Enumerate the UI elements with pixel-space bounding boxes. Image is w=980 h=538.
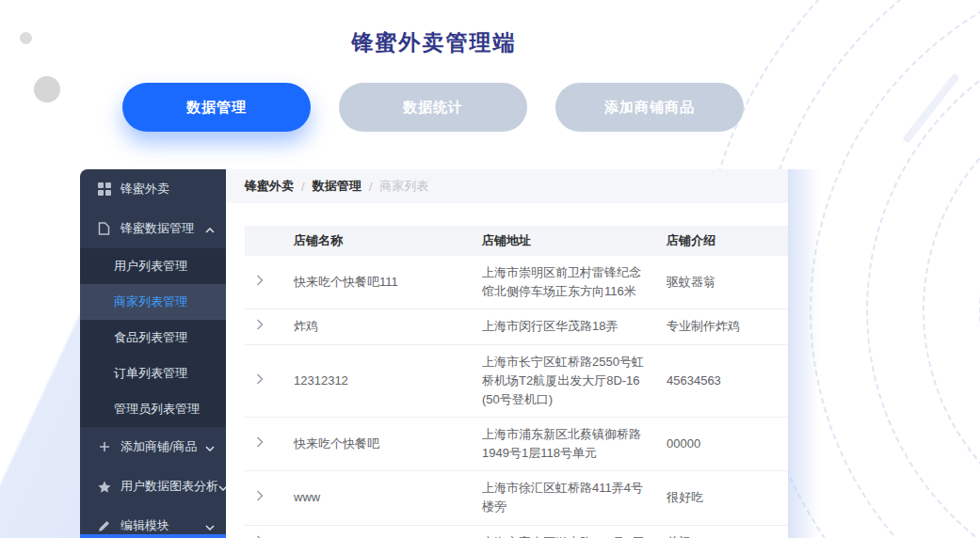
column-header-name: 店铺名称 — [284, 226, 473, 256]
sidebar-submenu: 用户列表管理 商家列表管理 食品列表管理 订单列表管理 管理员列表管理 — [80, 248, 226, 427]
sidebar-item-label: 订单列表管理 — [114, 365, 187, 382]
cell-shop-intro: 专业制作炸鸡 — [657, 309, 788, 344]
main-panel: 锋蜜外卖 / 数据管理 / 商家列表 店铺名称 店铺地址 店铺介绍 快来吃个快餐… — [226, 169, 788, 538]
cell-shop-intro: 很好吃 — [657, 471, 788, 525]
sidebar-item-label: 用户列表管理 — [114, 258, 187, 275]
data-stats-button[interactable]: 数据统计 — [339, 83, 527, 132]
pencil-icon — [97, 520, 111, 532]
sidebar-item-label: 商家列表管理 — [114, 293, 187, 310]
breadcrumb-item-home[interactable]: 锋蜜外卖 — [245, 178, 294, 195]
sidebar-item-user-list[interactable]: 用户列表管理 — [80, 248, 226, 284]
table-row: 快来吃个快餐吧 上海市浦东新区北蔡镇御桥路1949号1层118号单元 00000 — [245, 418, 788, 471]
row-expand-button[interactable] — [254, 488, 265, 503]
breadcrumb-item-data-manage[interactable]: 数据管理 — [313, 178, 361, 195]
cell-shop-address: 上海市徐汇区虹桥路411弄4号楼旁 — [473, 471, 657, 525]
sidebar-item-admin-list[interactable]: 管理员列表管理 — [80, 391, 226, 427]
add-shop-goods-button[interactable]: 添加商铺商品 — [555, 83, 744, 132]
expand-column-header — [245, 226, 284, 256]
data-manage-button[interactable]: 数据管理 — [122, 83, 311, 132]
decor-circle-small — [20, 32, 32, 44]
table-row: www 上海市徐汇区虹桥路411弄4号楼旁 很好吃 — [245, 471, 788, 525]
cell-shop-name: www — [284, 471, 473, 525]
breadcrumb-item-current: 商家列表 — [379, 178, 428, 195]
table-header-row: 店铺名称 店铺地址 店铺介绍 — [245, 226, 788, 256]
star-icon — [97, 481, 111, 493]
row-expand-button[interactable] — [254, 317, 265, 332]
sidebar-item-merchant-list[interactable]: 商家列表管理 — [80, 284, 226, 320]
cell-shop-address: 上海市崇明区前卫村雷锋纪念馆北侧停车场正东方向116米 — [473, 256, 657, 309]
plus-icon — [97, 441, 111, 452]
row-expand-button[interactable] — [254, 533, 265, 538]
shop-table: 店铺名称 店铺地址 店铺介绍 快来吃个快餐吧111 上海市崇明区前卫村雷锋纪念馆… — [245, 226, 788, 538]
sidebar-item-food-list[interactable]: 食品列表管理 — [80, 320, 226, 356]
cell-shop-name: 244 — [284, 525, 473, 538]
cell-shop-intro: 45634563 — [657, 344, 788, 417]
decor-edge-glow — [787, 169, 819, 538]
sidebar-group-data-manage[interactable]: 锋蜜数据管理 — [80, 209, 226, 248]
column-header-address: 店铺地址 — [473, 226, 657, 256]
cell-shop-intro: 关门 — [657, 525, 788, 538]
sidebar-group-label: 锋蜜数据管理 — [120, 220, 205, 237]
chevron-down-icon — [218, 480, 226, 494]
cell-shop-name: 炸鸡 — [284, 309, 473, 344]
cell-shop-address: 上海市浦东新区北蔡镇御桥路1949号1层118号单元 — [473, 418, 657, 471]
sidebar-item-label: 锋蜜外卖 — [120, 181, 215, 198]
grid-icon — [97, 182, 111, 196]
table-row: 炸鸡 上海市闵行区华茂路18弄 专业制作炸鸡 — [245, 309, 788, 344]
sidebar-group-label: 编辑模块 — [120, 517, 205, 534]
breadcrumb-separator: / — [369, 180, 373, 194]
cell-shop-intro: 驱蚊器翁 — [657, 256, 788, 309]
decor-circle-large — [34, 76, 60, 103]
cell-shop-address: 上海市长宁区虹桥路2550号虹桥机场T2航厦出发大厅8D-16(50号登机口) — [473, 344, 657, 417]
document-icon — [97, 222, 111, 235]
sidebar: 锋蜜外卖 锋蜜数据管理 用户列表管理 商家列表管理 食品列表管理 订单列表管理 … — [80, 169, 226, 538]
sidebar-group-label: 用户数据图表分析 — [120, 478, 218, 495]
row-expand-button[interactable] — [254, 273, 265, 288]
row-expand-button[interactable] — [254, 435, 265, 450]
cell-shop-name: 12312312 — [284, 344, 473, 417]
table-row: 244 上海市宝山区淞南路203号1层 关门 — [245, 525, 788, 538]
sidebar-item-label: 食品列表管理 — [114, 329, 187, 346]
cell-shop-intro: 00000 — [657, 418, 788, 471]
sidebar-item-brand[interactable]: 锋蜜外卖 — [80, 169, 226, 209]
chevron-up-icon — [205, 222, 215, 236]
sidebar-group-add-shop[interactable]: 添加商铺/商品 — [80, 427, 226, 467]
sidebar-group-label: 添加商铺/商品 — [120, 438, 205, 455]
cell-shop-name: 快来吃个快餐吧 — [284, 418, 473, 471]
app-header: 锋蜜外卖管理端 — [80, 28, 788, 57]
table-row: 快来吃个快餐吧111 上海市崇明区前卫村雷锋纪念馆北侧停车场正东方向116米 驱… — [245, 256, 788, 309]
cell-shop-name: 快来吃个快餐吧111 — [284, 256, 473, 309]
cell-shop-address: 上海市宝山区淞南路203号1层 — [473, 525, 657, 538]
sidebar-group-edit-module[interactable]: 编辑模块 — [80, 506, 226, 538]
chevron-down-icon — [205, 519, 215, 533]
sidebar-item-label: 管理员列表管理 — [114, 401, 200, 418]
sidebar-item-order-list[interactable]: 订单列表管理 — [80, 356, 226, 391]
sidebar-bottom-strip — [80, 534, 226, 538]
sidebar-group-user-charts[interactable]: 用户数据图表分析 — [80, 467, 226, 506]
breadcrumb-separator: / — [301, 180, 305, 194]
page-title: 锋蜜外卖管理端 — [352, 30, 517, 55]
chevron-down-icon — [205, 440, 215, 454]
table-row: 12312312 上海市长宁区虹桥路2550号虹桥机场T2航厦出发大厅8D-16… — [245, 344, 788, 417]
row-expand-button[interactable] — [254, 372, 265, 387]
breadcrumb: 锋蜜外卖 / 数据管理 / 商家列表 — [226, 169, 788, 203]
cell-shop-address: 上海市闵行区华茂路18弄 — [473, 309, 657, 344]
top-nav: 数据管理 数据统计 添加商铺商品 — [122, 83, 744, 132]
column-header-intro: 店铺介绍 — [657, 226, 788, 256]
